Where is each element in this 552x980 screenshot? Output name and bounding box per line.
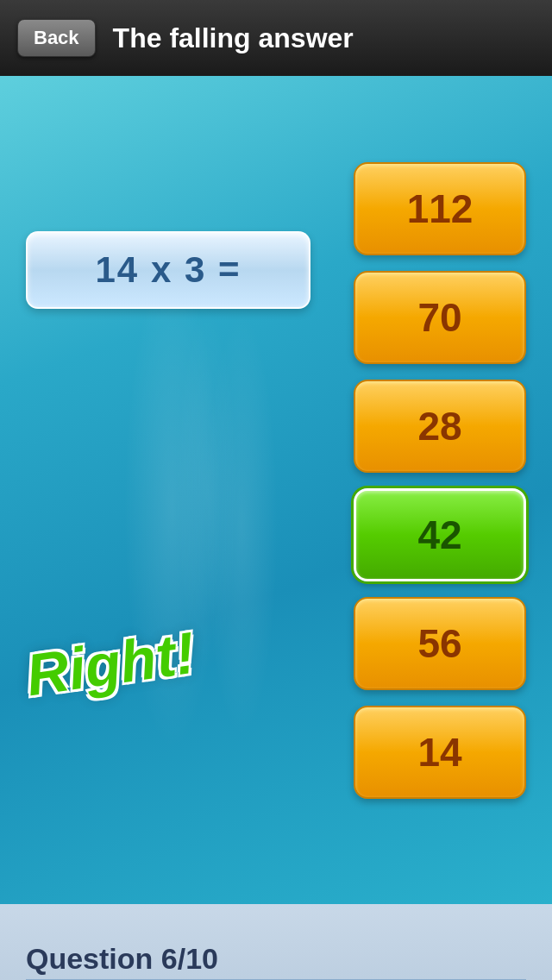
question-status: Question 6/10: [26, 942, 526, 980]
answer-button-0[interactable]: 112: [354, 162, 526, 255]
answers-column: 1127028425614: [354, 162, 526, 799]
answer-button-2[interactable]: 28: [354, 380, 526, 473]
app-header: Back The falling answer: [0, 0, 552, 76]
answer-button-5[interactable]: 14: [354, 706, 526, 799]
game-area: 14 x 3 = Right! 1127028425614: [0, 76, 552, 904]
answer-button-3[interactable]: 42: [354, 488, 526, 581]
answer-button-1[interactable]: 70: [354, 271, 526, 364]
header-title: The falling answer: [113, 22, 354, 54]
status-bar: Question 6/10 Score 5/6: [0, 904, 552, 980]
question-text: 14 x 3 =: [96, 249, 242, 291]
question-status-text: Question 6/10: [26, 942, 526, 976]
back-button[interactable]: Back: [17, 19, 96, 57]
answer-button-4[interactable]: 56: [354, 597, 526, 690]
feedback-label: Right!: [22, 619, 199, 709]
question-box: 14 x 3 =: [26, 231, 310, 309]
